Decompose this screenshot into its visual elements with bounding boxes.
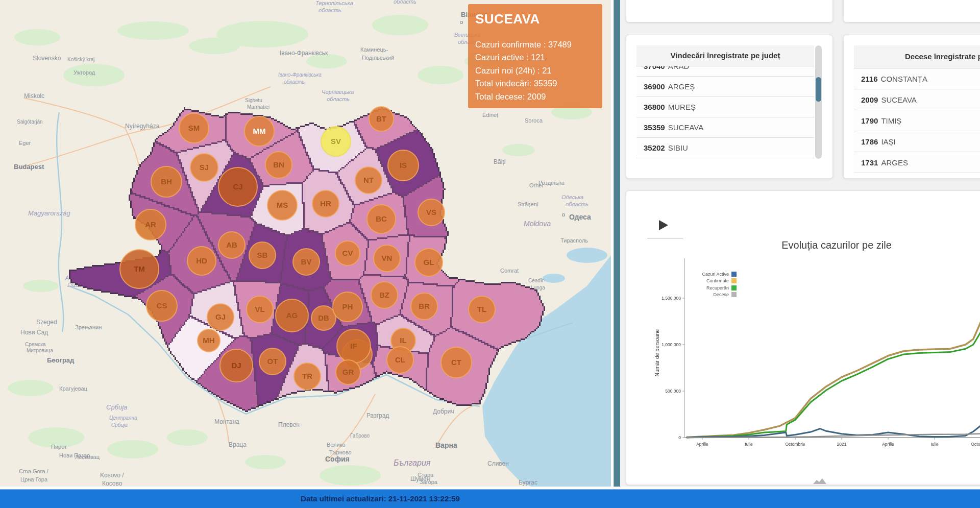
county-label-BT: BT <box>376 114 386 123</box>
county-label-MM: MM <box>253 127 266 135</box>
row-value: 35359 <box>644 123 665 132</box>
map-popup: SUCEAVA Cazuri confirmate : 37489Cazuri … <box>468 4 602 108</box>
county-label-CT: CT <box>451 358 461 367</box>
recoveries-table: Vindecări înregistrate pe județ 37040ARA… <box>636 45 814 159</box>
list-row: 1790TIMIȘ <box>854 110 980 131</box>
y-axis-title: Număr de persoane <box>654 329 660 376</box>
row-county: ARGES <box>881 158 908 167</box>
card-top-right <box>843 0 980 22</box>
popup-stat-line: Cazuri noi (24h) : 21 <box>475 64 597 77</box>
x-tick-label: 2021 <box>837 442 847 447</box>
row-value: 2009 <box>861 95 878 104</box>
deaths-card: Decese înregistrate pe județ 2116CONSTAN… <box>843 35 980 179</box>
county-label-VS: VS <box>426 208 436 216</box>
series-confirmate <box>687 287 980 437</box>
series-recuperări <box>687 296 980 438</box>
county-label-BZ: BZ <box>379 291 389 299</box>
list-row: 36800MUREȘ <box>636 97 814 117</box>
rangeslider-handle-icon[interactable] <box>813 478 826 484</box>
row-value: 35202 <box>644 143 665 152</box>
deaths-list[interactable]: 2116CONSTANȚA2009SUCEAVA1790TIMIȘ1786IAȘ… <box>854 68 980 173</box>
row-value: 36800 <box>644 103 665 111</box>
recoveries-header: Vindecări înregistrate pe județ <box>636 45 814 66</box>
list-row: 2116CONSTANȚA <box>854 68 980 89</box>
list-row: 1786IAȘI <box>854 131 980 152</box>
x-tick-label: Octombrie <box>785 442 805 447</box>
county-label-OT: OT <box>267 357 278 366</box>
county-label-MH: MH <box>203 336 214 345</box>
recoveries-card: Vindecări înregistrate pe județ 37040ARA… <box>626 35 833 179</box>
county-label-TM: TM <box>134 264 145 273</box>
county-label-IF: IF <box>350 342 357 350</box>
last-update-text: Data ultimei actualizari: 21-11-2021 13:… <box>0 490 761 507</box>
x-tick-label: Iulie <box>930 442 939 447</box>
county-label-DJ: DJ <box>231 361 241 370</box>
popup-stat-line: Cazuri confirmate : 37489 <box>475 38 597 51</box>
y-tick-label: 500,000 <box>665 389 681 394</box>
row-county: SUCEAVA <box>668 123 703 132</box>
card-top-left <box>626 0 833 22</box>
county-label-VN: VN <box>382 254 393 262</box>
y-tick-label: 1,500,000 <box>662 296 681 301</box>
row-value: 1790 <box>861 116 878 125</box>
county-label-GR: GR <box>342 368 354 376</box>
county-label-TR: TR <box>302 372 312 380</box>
chart-plot: 0500,0001,000,0001,500,000AprilieIulieOc… <box>626 191 980 486</box>
county-label-BR: BR <box>419 302 430 310</box>
county-label-TL: TL <box>477 305 486 313</box>
county-label-SM: SM <box>188 124 200 132</box>
deaths-header: Decese înregistrate pe județ <box>854 45 980 68</box>
popup-stat-line: Total decese: 2009 <box>475 90 597 103</box>
county-label-BV: BV <box>301 257 312 266</box>
row-county: ARGEȘ <box>668 82 695 91</box>
list-row: 37040ARAD <box>636 66 814 77</box>
row-county: IAȘI <box>881 137 895 146</box>
scrollbar-thumb[interactable] <box>816 77 821 102</box>
x-tick-label: Aprilie <box>882 442 894 447</box>
list-row: 2009SUCEAVA <box>854 89 980 110</box>
row-value: 2116 <box>861 75 878 83</box>
row-value: 1786 <box>861 137 878 146</box>
county-label-VL: VL <box>255 305 264 313</box>
x-tick-label: Aprilie <box>696 442 708 447</box>
row-county: SUCEAVA <box>881 95 916 104</box>
county-label-CJ: CJ <box>233 182 242 191</box>
county-label-HD: HD <box>196 256 207 265</box>
row-value: 37040 <box>644 66 665 70</box>
county-label-BH: BH <box>161 177 172 186</box>
county-label-IS: IS <box>400 161 407 170</box>
county-label-BN: BN <box>273 160 284 169</box>
county-label-PH: PH <box>342 302 353 311</box>
chart-card: Evoluția cazurilor pe zile Cazuri Active… <box>626 190 980 485</box>
county-label-AR: AR <box>145 220 156 229</box>
x-tick-label: Octombrie <box>971 442 980 447</box>
popup-title: SUCEAVA <box>475 11 597 27</box>
county-label-SV: SV <box>331 137 341 146</box>
right-panel: Vindecări înregistrate pe județ 37040ARA… <box>620 0 980 487</box>
county-label-GL: GL <box>424 258 434 267</box>
dashboard-root: SlovenskoKošický krajУжгородMiskolcSalgó… <box>0 0 980 508</box>
deaths-table: Decese înregistrate pe județ 2116CONSTAN… <box>854 45 980 173</box>
row-county: ARAD <box>668 66 690 70</box>
row-county: CONSTANȚA <box>881 75 927 83</box>
y-tick-label: 1,000,000 <box>662 342 681 347</box>
y-tick-label: 0 <box>678 435 681 440</box>
recoveries-list[interactable]: 37040ARAD36900ARGEȘ36800MUREȘ35359SUCEAV… <box>636 66 814 159</box>
popup-stat-line: Total vindecări: 35359 <box>475 77 597 90</box>
list-row: 36900ARGEȘ <box>636 77 814 97</box>
county-label-HR: HR <box>320 199 331 208</box>
county-label-DB: DB <box>318 313 329 322</box>
county-label-BC: BC <box>376 214 387 223</box>
map-region[interactable]: SlovenskoKošický krajУжгородMiskolcSalgó… <box>0 0 611 487</box>
recoveries-scrollbar[interactable] <box>815 45 822 159</box>
list-row: 35202SIBIU <box>636 138 814 158</box>
county-label-CL: CL <box>395 355 405 364</box>
panel-divider[interactable] <box>614 0 621 487</box>
county-label-CV: CV <box>342 249 353 257</box>
county-label-CS: CS <box>157 301 167 310</box>
county-label-AG: AG <box>286 311 298 320</box>
county-label-IL: IL <box>400 336 406 345</box>
county-label-GJ: GJ <box>215 312 226 321</box>
county-label-NT: NT <box>363 176 374 184</box>
popup-stat-line: Cazuri active : 121 <box>475 51 597 64</box>
